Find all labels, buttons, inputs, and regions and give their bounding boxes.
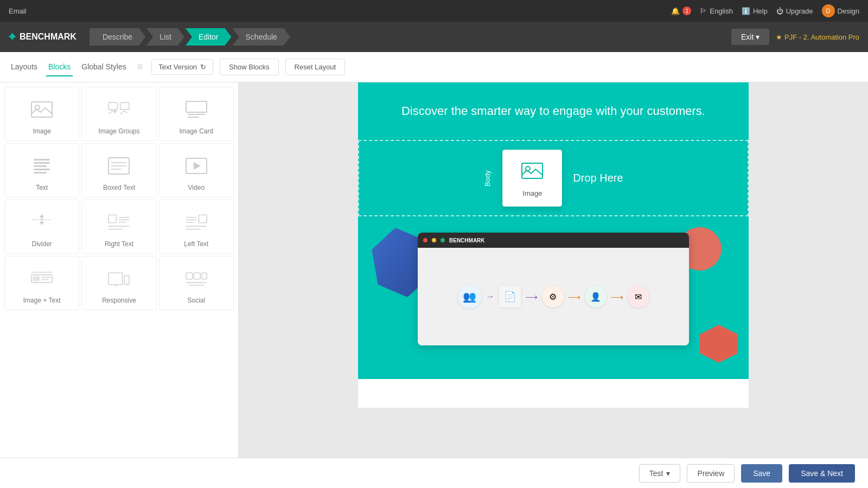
test-button[interactable]: Test ▾	[639, 464, 681, 483]
nav-step-list[interactable]: List	[146, 28, 184, 46]
test-label: Test	[649, 469, 663, 478]
svg-rect-35	[108, 273, 122, 285]
help-label: Help	[753, 7, 768, 15]
tab-blocks[interactable]: Blocks	[46, 58, 73, 76]
dragging-block: Image	[502, 150, 562, 207]
block-item-img-text[interactable]: Image + Text	[4, 256, 79, 310]
tab-divider-icon: ≡	[137, 61, 143, 73]
upgrade-button[interactable]: ⏻ Upgrade	[776, 7, 813, 15]
top-bar: Email 🔔 1 🏳 English ℹ️ Help ⏻ Upgrade D …	[0, 0, 868, 22]
shape-hexagon-2	[700, 325, 738, 363]
reset-layout-button[interactable]: Reset Layout	[285, 59, 346, 75]
block-item-boxed-text[interactable]: Boxed Text	[81, 143, 156, 197]
block-label-image-groups: Image Groups	[98, 127, 139, 135]
preview-label: Preview	[697, 469, 724, 478]
notification-badge: 1	[682, 7, 691, 15]
left-text-block-icon	[183, 209, 210, 236]
chevron-down-icon-test: ▾	[666, 469, 670, 478]
show-blocks-button[interactable]: Show Blocks	[220, 59, 278, 75]
exit-label: Exit	[741, 33, 754, 41]
dot-red	[423, 238, 427, 242]
workflow-icon-doc: 📄	[499, 286, 521, 307]
exit-button[interactable]: Exit ▾	[731, 29, 769, 45]
canvas-header: Discover the smarter way to engage with …	[358, 82, 749, 140]
workflow-icon-people: 👥	[458, 285, 482, 309]
canvas-screenshot: BENCHMARK 👥 → 📄 ⟶	[418, 233, 689, 345]
save-next-button[interactable]: Save & Next	[789, 464, 855, 483]
dot-yellow	[432, 238, 436, 242]
block-item-image-card[interactable]: Image Card	[159, 87, 234, 141]
help-button[interactable]: ℹ️ Help	[742, 7, 768, 15]
text-version-button[interactable]: Text Version ↻	[151, 59, 213, 75]
notifications-button[interactable]: 🔔 1	[671, 7, 691, 15]
nav-step-schedule[interactable]: Schedule	[233, 28, 290, 46]
svg-rect-5	[186, 101, 207, 112]
power-icon: ⏻	[776, 7, 783, 15]
divider-block-icon	[28, 209, 55, 236]
workflow-icon-filter: ⚙	[542, 286, 564, 307]
screenshot-logo: BENCHMARK	[449, 237, 485, 243]
preview-button[interactable]: Preview	[687, 464, 735, 483]
block-item-image-groups[interactable]: Image Groups	[81, 87, 156, 141]
block-label-responsive: Responsive	[102, 297, 136, 304]
block-item-image[interactable]: Image	[4, 87, 79, 141]
tab-global-styles[interactable]: Global Styles	[79, 58, 128, 76]
img-text-block-icon	[28, 265, 55, 292]
flag-icon: 🏳	[700, 7, 707, 15]
block-item-responsive[interactable]: Responsive	[81, 256, 156, 310]
svg-rect-2	[108, 102, 117, 110]
responsive-block-icon	[105, 265, 132, 292]
project-name: ★ PJF - 2. Automation Pro	[776, 33, 859, 41]
nav-step-describe[interactable]: Describe	[90, 28, 145, 46]
save-label: Save	[753, 469, 770, 478]
design-button[interactable]: D Design	[822, 4, 859, 17]
image-block-icon	[28, 96, 55, 123]
top-bar-actions: 🔔 1 🏳 English ℹ️ Help ⏻ Upgrade D Design	[671, 4, 859, 17]
block-item-text[interactable]: Text	[4, 143, 79, 197]
block-label-image-card: Image Card	[179, 127, 213, 135]
svg-rect-27	[199, 215, 207, 223]
nav-step-schedule-label: Schedule	[246, 33, 277, 41]
nav-steps: Describe List Editor Schedule	[90, 28, 731, 46]
main-layout: Image Image Groups	[0, 82, 868, 458]
right-text-block-icon	[105, 209, 132, 236]
block-grid: Image Image Groups	[4, 87, 234, 310]
email-canvas: Discover the smarter way to engage with …	[358, 82, 749, 408]
block-item-left-text[interactable]: Left Text	[159, 200, 234, 254]
svg-rect-3	[120, 102, 129, 110]
sidebar: Image Image Groups	[0, 82, 239, 458]
tab-layouts[interactable]: Layouts	[9, 58, 40, 76]
save-button[interactable]: Save	[741, 464, 782, 483]
language-button[interactable]: 🏳 English	[700, 7, 733, 15]
svg-rect-39	[186, 273, 193, 279]
drop-here-label: Drop Here	[573, 172, 623, 184]
block-label-right-text: Right Text	[105, 240, 133, 248]
block-item-right-text[interactable]: Right Text	[81, 200, 156, 254]
avatar: D	[822, 4, 835, 17]
nav-step-editor[interactable]: Editor	[186, 28, 232, 46]
design-label: Design	[838, 7, 859, 15]
svg-rect-18	[108, 215, 117, 223]
text-version-label: Text Version	[158, 63, 197, 71]
block-item-video[interactable]: Video	[159, 143, 234, 197]
boxed-text-block-icon	[105, 152, 132, 179]
block-label-img-text: Image + Text	[23, 297, 61, 304]
workflow-items: 👥 → 📄 ⟶ ⚙ ⟶	[458, 285, 649, 309]
nav-right: Exit ▾ ★ PJF - 2. Automation Pro	[731, 29, 859, 45]
block-label-social: Social	[187, 297, 205, 304]
screenshot-body: 👥 → 📄 ⟶ ⚙ ⟶	[418, 248, 689, 345]
bell-icon: 🔔	[671, 7, 680, 15]
drop-zone[interactable]: Body Image Drop Here	[358, 140, 749, 216]
dragging-image-label: Image	[522, 189, 542, 197]
block-item-social[interactable]: Social	[159, 256, 234, 310]
block-label-divider: Divider	[31, 240, 52, 248]
block-item-divider[interactable]: Divider	[4, 200, 79, 254]
text-block-icon	[28, 152, 55, 179]
svg-rect-40	[194, 273, 200, 279]
arrow-icon-4: ⟶	[611, 292, 623, 302]
block-label-video: Video	[188, 184, 205, 191]
toolbar: Layouts Blocks Global Styles ≡ Text Vers…	[0, 52, 868, 82]
video-block-icon	[183, 152, 210, 179]
svg-rect-31	[33, 276, 40, 281]
svg-rect-44	[522, 163, 542, 178]
